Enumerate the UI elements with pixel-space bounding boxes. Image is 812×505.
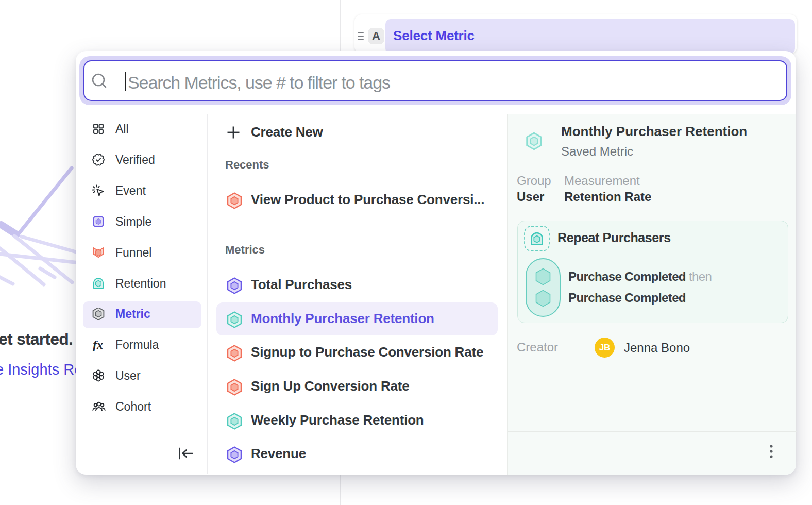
svg-text:fx: fx	[93, 339, 103, 351]
